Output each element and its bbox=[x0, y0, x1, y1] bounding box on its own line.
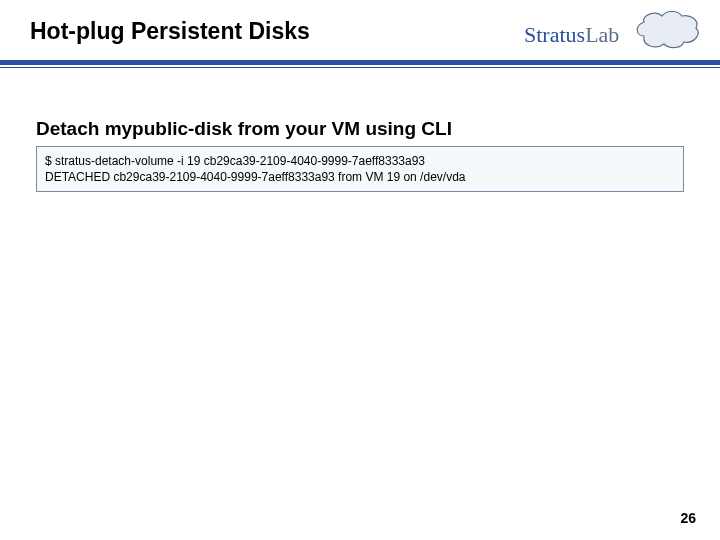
code-block: $ stratus-detach-volume -i 19 cb29ca39-2… bbox=[36, 146, 684, 192]
page-number: 26 bbox=[680, 510, 696, 526]
logo-text: StratusLab bbox=[524, 22, 619, 47]
slide-header: Hot-plug Persistent Disks StratusLab bbox=[0, 0, 720, 78]
stratuslab-logo: StratusLab bbox=[524, 8, 702, 56]
cloud-icon bbox=[637, 12, 698, 48]
slide-content: Detach mypublic-disk from your VM using … bbox=[0, 78, 720, 192]
header-rule bbox=[0, 60, 720, 70]
code-line: DETACHED cb29ca39-2109-4040-9999-7aeff83… bbox=[45, 170, 465, 184]
code-line: $ stratus-detach-volume -i 19 cb29ca39-2… bbox=[45, 154, 425, 168]
section-subtitle: Detach mypublic-disk from your VM using … bbox=[36, 118, 684, 140]
